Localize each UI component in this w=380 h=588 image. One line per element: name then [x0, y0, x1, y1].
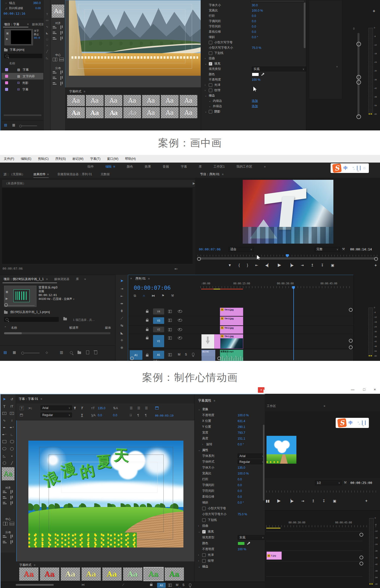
more-panels-icon[interactable]: »	[84, 277, 86, 281]
dropdown[interactable]: 实底∨	[252, 67, 306, 71]
align-left-icon[interactable]	[3, 491, 7, 494]
razor-tool-icon[interactable]: ⟋	[121, 317, 123, 320]
distribute-icon[interactable]	[53, 76, 56, 80]
chevron-right-icon[interactable]: ›	[205, 57, 209, 60]
background-timecode[interactable]: 00:00:03:19	[155, 414, 174, 417]
property-value[interactable]: 0.0 °	[252, 35, 258, 39]
bin-row[interactable]: ▤文字内容	[2, 73, 43, 80]
sync-lock-icon[interactable]	[168, 353, 172, 356]
caption-style-swatch[interactable]: Aa	[19, 567, 39, 581]
property-value[interactable]: 100.0 %	[252, 9, 263, 12]
checkbox[interactable]	[202, 559, 206, 563]
font-size-value[interactable]: 135.0	[98, 406, 105, 410]
property-value[interactable]: 100 %	[252, 78, 260, 82]
distribute-icon[interactable]	[53, 82, 56, 85]
checkbox[interactable]	[209, 51, 212, 55]
track-select-tool-icon[interactable]: ⇥	[121, 287, 123, 290]
chevron-down-icon[interactable]: ⌄	[198, 449, 202, 452]
rolling-edit-tool-icon[interactable]: ⇹	[121, 302, 123, 305]
settings-wrench-icon[interactable]: ⚒	[342, 247, 345, 251]
align-middle-icon[interactable]	[60, 31, 63, 35]
solo-button[interactable]: S	[182, 583, 184, 587]
area-type-icon[interactable]: ▭	[46, 19, 48, 22]
panel-menu-icon[interactable]: ≡	[34, 563, 35, 566]
icon-view-icon[interactable]: ▦	[12, 123, 15, 127]
italic-button[interactable]: T	[81, 406, 83, 410]
selection-tool-icon[interactable]: ➤	[1, 396, 7, 402]
rect-tool-icon[interactable]	[1, 439, 7, 444]
property-value[interactable]: 100.0 %	[238, 472, 249, 475]
ellipse-tool-icon[interactable]	[1, 446, 7, 452]
property-value[interactable]: 100.0 %	[238, 414, 249, 417]
timeline-timecode[interactable]: 00:00:07:06	[134, 285, 171, 291]
audio-clip[interactable]: 倒计时	[201, 350, 215, 361]
list-view-icon[interactable]: ▤	[4, 123, 7, 127]
stopwatch-icon[interactable]: ◔	[5, 2, 9, 5]
chinese-mode-icon[interactable]: 中	[349, 420, 353, 426]
menu-item[interactable]: 剪辑(C)	[38, 157, 49, 161]
align-middle-icon[interactable]	[10, 496, 13, 500]
keyboard-icon[interactable]	[360, 166, 360, 170]
rate-stretch-tool-icon[interactable]: ⋕	[121, 309, 123, 312]
close-button[interactable]: ×	[374, 387, 376, 391]
chevron-right-icon[interactable]: ›	[198, 524, 202, 527]
panel-tab[interactable]: 源：（无剪辑）	[4, 172, 25, 177]
project-file-name[interactable]: 字幕.prproj	[10, 48, 24, 52]
checkbox[interactable]	[209, 89, 212, 92]
menu-item[interactable]: 帮助(H)	[125, 157, 136, 161]
play-icon[interactable]: ▶	[6, 297, 8, 300]
keyframe-nav-icon[interactable]: ⋈	[82, 583, 85, 586]
dropdown[interactable]: 实底∨	[238, 535, 265, 540]
bin-row[interactable]: ⊟字幕	[2, 86, 43, 93]
mini-timeline-ruler[interactable]	[266, 491, 378, 493]
caption-style-swatch[interactable]: Aa	[144, 567, 163, 581]
lock-icon[interactable]	[146, 328, 148, 331]
caption-style-swatch[interactable]: Aa	[61, 567, 80, 581]
mic-icon[interactable]	[357, 166, 357, 170]
font-style-dropdown[interactable]: Regular∨	[41, 413, 72, 417]
slider-handle[interactable]	[356, 114, 361, 119]
align-left-icon[interactable]: ☰	[130, 406, 133, 410]
lock-icon[interactable]	[146, 309, 148, 313]
playback-resolution-dropdown[interactable]: 完整∨	[315, 247, 340, 252]
property-value[interactable]: 151.1	[238, 437, 245, 440]
caption-style-swatch[interactable]: Aa	[123, 107, 141, 118]
program-timecode[interactable]: 00:00:07:06	[199, 247, 221, 251]
sync-lock-icon[interactable]	[168, 337, 172, 340]
playhead-marker[interactable]	[286, 254, 289, 257]
find-icon[interactable]	[70, 351, 73, 354]
search-bin-icon[interactable]	[63, 317, 67, 320]
mute-button[interactable]: M	[178, 353, 180, 356]
pause-icon[interactable]: ▮▮	[266, 499, 270, 503]
play-button[interactable]: ▶	[277, 498, 280, 503]
scrub-bar[interactable]	[198, 257, 377, 260]
camera-icon[interactable]: ▣	[6, 32, 9, 35]
workspace-tab[interactable]: 颜色	[127, 165, 133, 169]
show-background-video-icon[interactable]: 🗖	[155, 406, 159, 410]
sync-lock-icon[interactable]	[168, 319, 172, 322]
menu-item[interactable]: 文件(F)	[4, 157, 14, 161]
center-vertical-icon[interactable]	[3, 522, 8, 525]
chevron-down-icon[interactable]: ∨	[73, 298, 75, 300]
scroll-handle[interactable]	[349, 345, 353, 349]
text-bounding-box[interactable]	[61, 462, 158, 492]
ellipse-tool-icon[interactable]: ○	[46, 44, 48, 47]
center-horizontal-icon[interactable]	[59, 58, 64, 61]
property-value[interactable]: 360.0	[33, 1, 41, 5]
align-right-icon[interactable]	[3, 502, 7, 505]
dropdown[interactable]: Regular∨	[238, 459, 265, 464]
align-right-icon[interactable]	[53, 37, 56, 40]
preview-thumbnail[interactable]: ▣ ▶	[5, 29, 33, 45]
property-value[interactable]: 75.0 %	[252, 46, 261, 50]
property-value[interactable]: 0.0	[252, 14, 256, 18]
list-view-icon[interactable]: ▤	[4, 350, 7, 354]
razor-tool-icon[interactable]: ⟋	[122, 583, 124, 586]
caption-style-swatch[interactable]: Aa	[67, 95, 85, 106]
eyedropper-icon[interactable]	[261, 73, 264, 76]
settings-wrench-icon[interactable]: ⚒	[344, 481, 347, 484]
vertical-area-type-icon[interactable]: ǀT	[9, 410, 15, 416]
caption-style-swatch[interactable]: Aa	[180, 107, 197, 118]
voiceover-mic-icon[interactable]	[189, 583, 191, 586]
chevron-right-icon[interactable]: ›	[198, 554, 202, 556]
bin-item-label[interactable]: 字幕	[23, 68, 29, 72]
